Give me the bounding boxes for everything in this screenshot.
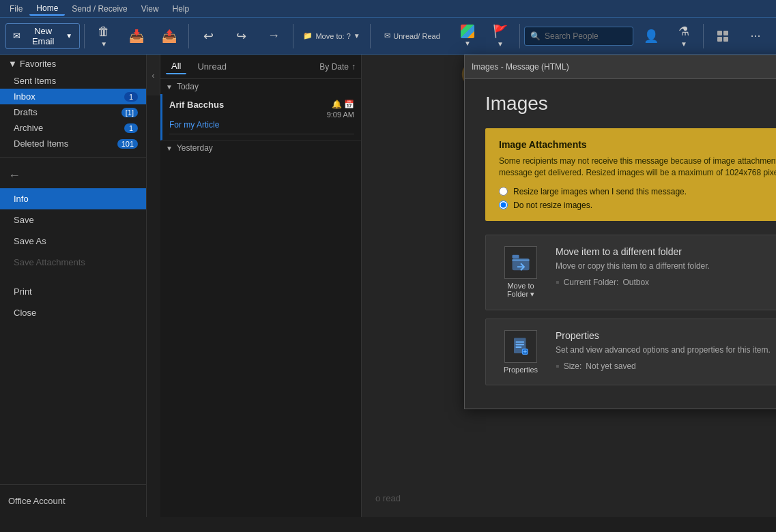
tab-unread[interactable]: Unread <box>192 59 232 74</box>
sidebar-item-drafts[interactable]: Drafts [1] <box>0 104 146 120</box>
sort-control[interactable]: By Date ↑ <box>319 62 356 72</box>
sidebar-item-inbox[interactable]: Inbox 1 <box>0 89 146 104</box>
save-label: Save <box>14 215 34 225</box>
undo-button[interactable]: ↩ <box>193 20 223 52</box>
more-button[interactable]: ··· <box>741 20 771 52</box>
svg-rect-3 <box>516 341 525 342</box>
properties-card: properties Properties Set and view advan… <box>485 319 776 385</box>
email-tabs: All Unread By Date ↑ <box>160 55 361 79</box>
current-folder-value: Outbox <box>622 278 649 287</box>
archive-button[interactable]: 📥 <box>121 20 152 52</box>
warning-description: Some recipients may not receive this mes… <box>499 156 776 179</box>
address-book-icon: 👤 <box>644 29 659 44</box>
flag-button[interactable]: 🚩 ▼ <box>485 20 515 52</box>
menu-file[interactable]: File <box>3 3 29 15</box>
favorites-label: Favorites <box>20 59 56 69</box>
date-group-yesterday: ▼ Yesterday <box>160 141 361 156</box>
resize-radio[interactable] <box>499 187 508 196</box>
filter-button[interactable]: ⚗ ▼ <box>669 20 699 52</box>
bullet-icon: ▪ <box>556 276 560 289</box>
collapse-button[interactable]: ‹ <box>147 55 160 95</box>
move-button[interactable]: 📤 <box>154 20 184 52</box>
move-card-meta: ▪ Current Folder: Outbox <box>556 276 776 289</box>
move-folder-label: Move toFolder ▾ <box>507 282 534 299</box>
flag-dropdown: ▼ <box>497 40 504 48</box>
search-people-input[interactable] <box>545 31 627 41</box>
save-as-label: Save As <box>14 236 46 246</box>
sidebar-nav-close[interactable]: Close <box>0 302 146 323</box>
sidebar-item-sent-items[interactable]: Sent Items <box>0 73 146 89</box>
sidebar: ▼ Favorites Sent Items Inbox 1 Drafts [1… <box>0 55 147 517</box>
yesterday-label: Yesterday <box>177 143 213 153</box>
redo-icon: ↪ <box>236 29 246 44</box>
address-book-button[interactable]: 👤 <box>636 20 666 52</box>
undo-icon: ↩ <box>203 29 214 44</box>
current-folder-key: Current Folder: <box>564 278 619 287</box>
calendar-icon: 📅 <box>344 100 354 109</box>
svg-rect-1 <box>513 254 519 258</box>
move-to-folder-button[interactable]: Move toFolder ▾ <box>497 246 545 299</box>
size-key: Size: <box>564 361 582 371</box>
delete-icon: 🗑 <box>98 25 110 39</box>
move-to-folder-card: Move toFolder ▾ Move item to a different… <box>485 235 776 310</box>
no-resize-option[interactable]: Do not resize images. <box>499 201 776 210</box>
sidebar-item-deleted[interactable]: Deleted Items 101 <box>0 136 146 151</box>
unread-read-button[interactable]: ✉ Unread/ Read <box>375 20 450 52</box>
apps-button[interactable] <box>708 20 738 52</box>
delete-button[interactable]: 🗑 ▼ <box>89 20 119 52</box>
sidebar-nav-save-attachments: Save Attachments <box>0 252 146 273</box>
sidebar-nav-info[interactable]: Info <box>0 188 146 209</box>
menu-send-receive[interactable]: Send / Receive <box>65 3 134 15</box>
read-text: o read <box>375 493 401 503</box>
sidebar-nav-print[interactable]: Print <box>0 281 146 302</box>
unread-icon: ✉ <box>384 31 390 40</box>
toolbar-sep-1 <box>84 24 85 48</box>
no-resize-radio[interactable] <box>499 201 508 209</box>
menu-view[interactable]: View <box>134 3 166 15</box>
filter-icon: ⚗ <box>678 24 689 39</box>
sidebar-nav-save-as[interactable]: Save As <box>0 231 146 252</box>
email-list-panel: All Unread By Date ↑ ▼ Today Arif Bacchu… <box>160 55 362 517</box>
properties-icon <box>504 330 537 363</box>
forward-button[interactable]: → <box>259 20 289 52</box>
archive-icon: 📥 <box>129 29 144 44</box>
content-area: 😊😟📷🎵📎 Images - Message (HTML) 😊 😟 ? — □ <box>362 55 776 517</box>
favorites-header[interactable]: ▼ Favorites <box>0 55 146 73</box>
new-email-button[interactable]: ✉ New Email ▼ <box>5 23 80 49</box>
bell-icon: 🔔 <box>332 100 342 109</box>
redo-button[interactable]: ↪ <box>226 20 256 52</box>
menu-help[interactable]: Help <box>166 3 197 15</box>
new-email-dropdown-icon: ▼ <box>66 32 72 40</box>
office-account-item[interactable]: Office Account <box>8 490 138 512</box>
close-label: Close <box>14 308 36 318</box>
message-window: Images - Message (HTML) 😊 😟 ? — □ ✕ <box>464 55 776 409</box>
categories-button[interactable]: ▼ <box>452 20 483 52</box>
flag-icon: 🚩 <box>493 24 508 39</box>
sort-direction-icon: ↑ <box>351 62 356 72</box>
email-item-arif[interactable]: Arif Bacchus 🔔 📅 9:09 AM For my Article <box>160 94 361 141</box>
archive-badge: 1 <box>124 123 138 133</box>
toolbar-sep-3 <box>293 24 293 48</box>
more-icon: ··· <box>750 29 760 43</box>
sidebar-nav-save[interactable]: Save <box>0 209 146 231</box>
toolbar-sep-4 <box>370 24 371 48</box>
page-title: Images <box>485 93 776 115</box>
toolbar: ✉ New Email ▼ 🗑 ▼ 📥 📤 ↩ ↪ → 📁 Move to: ?… <box>0 18 776 55</box>
email-subject: For my Article <box>169 120 354 130</box>
tab-all[interactable]: All <box>166 59 186 74</box>
categories-dropdown: ▼ <box>464 40 471 47</box>
move-card-desc: Move or copy this item to a different fo… <box>556 261 776 271</box>
resize-option[interactable]: Resize large images when I send this mes… <box>499 187 776 196</box>
warning-box: Image Attachments Some recipients may no… <box>485 128 776 221</box>
deleted-badge: 101 <box>117 139 138 149</box>
toolbar-sep-6 <box>703 24 704 48</box>
print-label: Print <box>14 286 32 297</box>
search-people-box[interactable]: 🔍 <box>524 27 633 46</box>
back-button[interactable]: ← <box>0 163 146 188</box>
info-label: Info <box>14 194 29 204</box>
inbox-badge: 1 <box>124 92 138 102</box>
sidebar-item-archive[interactable]: Archive 1 <box>0 120 146 136</box>
move-to-button[interactable]: 📁 Move to: ? ▼ <box>298 20 366 52</box>
properties-button[interactable]: properties <box>497 330 545 374</box>
menu-home[interactable]: Home <box>29 2 65 16</box>
